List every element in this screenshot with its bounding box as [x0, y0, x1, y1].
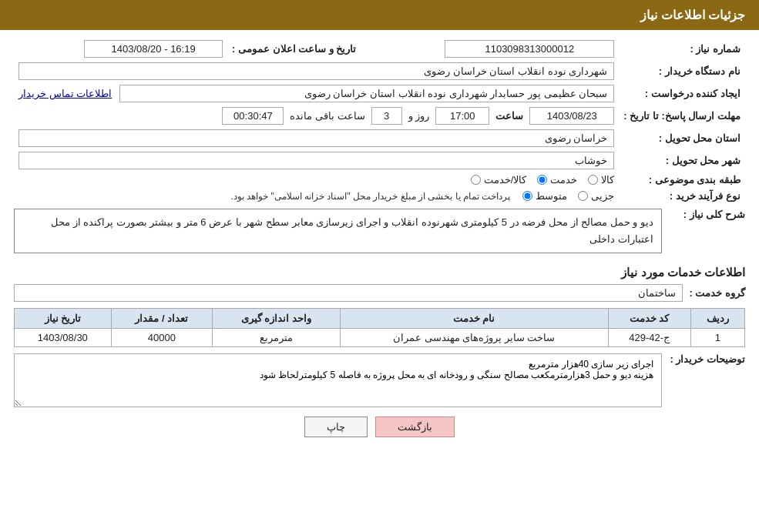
- deadline-remain-label: ساعت باقی مانده: [290, 110, 364, 122]
- deadline-days-label: روز و: [408, 110, 430, 122]
- deadline-time: 17:00: [435, 107, 489, 125]
- description-label: شرح کلی نیاز :: [668, 209, 745, 220]
- category-label: طبقه بندی موضوعی :: [619, 172, 745, 188]
- need-number-row: شماره نیاز : 1103098313000012 تاریخ و سا…: [14, 38, 745, 60]
- buyer-org-label: نام دستگاه خریدار :: [619, 60, 745, 82]
- category-options: کالا خدمت کالا/خدمت: [18, 174, 614, 186]
- purchase-type-jozee[interactable]: جزیی: [578, 190, 614, 202]
- buyer-notes-label: توضیحات خریدار :: [668, 353, 745, 365]
- main-content: شماره نیاز : 1103098313000012 تاریخ و سا…: [0, 30, 759, 457]
- table-row: 1ج-42-429ساخت سایر پروژه‌های مهندسی عمرا…: [15, 329, 745, 347]
- deadline-date: 1403/08/23: [529, 107, 614, 125]
- col-qty: تعداد / مقدار: [111, 309, 212, 329]
- announce-value: 1403/08/20 - 16:19: [84, 40, 223, 58]
- buyer-notes-section: توضیحات خریدار :: [14, 353, 745, 407]
- category-option-kala[interactable]: کالا: [588, 174, 614, 186]
- deadline-label: مهلت ارسال پاسخ: تا تاریخ :: [619, 105, 745, 127]
- services-table: ردیف کد خدمت نام خدمت واحد اندازه گیری ت…: [14, 308, 745, 347]
- service-group-value: ساختمان: [14, 284, 683, 302]
- col-name: نام خدمت: [340, 309, 608, 329]
- need-number-value: 1103098313000012: [445, 40, 614, 58]
- deadline-days: 3: [371, 107, 402, 125]
- table-header-row: ردیف کد خدمت نام خدمت واحد اندازه گیری ت…: [15, 309, 745, 329]
- category-row: طبقه بندی موضوعی : کالا خدمت: [14, 172, 745, 188]
- buyer-org-value: شهرداری نوده انقلاب استان خراسان رضوی: [18, 62, 614, 80]
- services-title: اطلاعات خدمات مورد نیاز: [14, 266, 745, 279]
- col-unit: واحد اندازه گیری: [213, 309, 341, 329]
- announce-label: تاریخ و ساعت اعلان عمومی :: [227, 38, 361, 60]
- cell-code: ج-42-429: [608, 329, 690, 347]
- service-group-row: گروه خدمت : ساختمان: [14, 284, 745, 302]
- page-title: جزئیات اطلاعات نیاز: [640, 8, 745, 22]
- col-date: تاریخ نیاز: [15, 309, 112, 329]
- page-header: جزئیات اطلاعات نیاز: [0, 0, 759, 30]
- print-button[interactable]: چاپ: [304, 417, 368, 437]
- service-group-label: گروه خدمت :: [689, 287, 745, 299]
- buyer-notes-input[interactable]: [14, 353, 662, 407]
- category-option-kala-khadamat[interactable]: کالا/خدمت: [471, 174, 527, 186]
- cell-name: ساخت سایر پروژه‌های مهندسی عمران: [340, 329, 608, 347]
- province-label: استان محل تحویل :: [619, 127, 745, 149]
- cell-date: 1403/08/30: [15, 329, 112, 347]
- description-section: شرح کلی نیاز : دیو و حمل مصالح از محل فر…: [14, 209, 745, 258]
- city-row: شهر محل تحویل : خوشاب: [14, 149, 745, 172]
- info-table: شماره نیاز : 1103098313000012 تاریخ و سا…: [14, 38, 745, 204]
- back-button[interactable]: بازگشت: [375, 417, 455, 437]
- col-row: ردیف: [690, 309, 744, 329]
- col-code: کد خدمت: [608, 309, 690, 329]
- purchase-type-row: نوع فرآیند خرید : جزیی متوسط: [14, 188, 745, 204]
- page-wrapper: جزئیات اطلاعات نیاز شماره نیاز : 1103098…: [0, 0, 759, 532]
- province-row: استان محل تحویل : خراسان رضوی: [14, 127, 745, 149]
- purchase-type-motavasset[interactable]: متوسط: [522, 190, 567, 202]
- deadline-time-label: ساعت: [495, 110, 523, 122]
- creator-label: ایجاد کننده درخواست :: [619, 82, 745, 105]
- bottom-buttons: بازگشت چاپ: [14, 417, 745, 437]
- category-option-khadamat[interactable]: خدمت: [537, 174, 577, 186]
- buyer-org-row: نام دستگاه خریدار : شهرداری نوده انقلاب …: [14, 60, 745, 82]
- deadline-row: مهلت ارسال پاسخ: تا تاریخ : 1403/08/23 س…: [14, 105, 745, 127]
- purchase-type-label: نوع فرآیند خرید :: [619, 188, 745, 204]
- cell-qty: 40000: [111, 329, 212, 347]
- cell-unit: مترمربع: [213, 329, 341, 347]
- creator-value: سبحان عظیمی پور حسابدار شهرداری نوده انق…: [119, 85, 614, 102]
- cell-row: 1: [690, 329, 744, 347]
- deadline-remain: 00:30:47: [222, 107, 284, 125]
- city-label: شهر محل تحویل :: [619, 149, 745, 172]
- need-number-label: شماره نیاز :: [619, 38, 745, 60]
- creator-row: ایجاد کننده درخواست : سبحان عظیمی پور حس…: [14, 82, 745, 105]
- description-value: دیو و حمل مصالح از محل فرضه در 5 کیلومتر…: [14, 209, 662, 253]
- purchase-type-options: جزیی متوسط: [522, 190, 614, 202]
- province-value: خراسان رضوی: [18, 129, 614, 147]
- purchase-note: پرداخت تمام یا بخشی از مبلغ خریدار محل "…: [18, 191, 510, 202]
- contact-link[interactable]: اطلاعات تماس خریدار: [18, 88, 112, 99]
- city-value: خوشاب: [18, 152, 614, 169]
